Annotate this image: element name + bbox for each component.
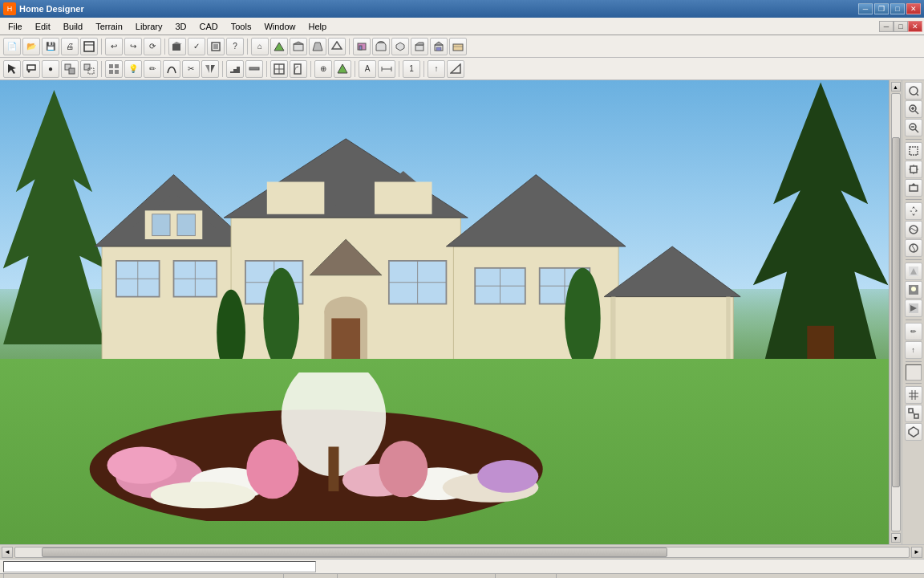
- point-tool[interactable]: ●: [42, 60, 59, 78]
- edit-3d-button[interactable]: ✏: [905, 323, 922, 340]
- menu-tools[interactable]: Tools: [225, 20, 258, 33]
- save-button[interactable]: 💾: [42, 38, 59, 55]
- scroll-down-button[interactable]: ▼: [891, 533, 901, 543]
- svg-marker-23: [8, 64, 16, 74]
- zoom-all-button[interactable]: [905, 161, 922, 178]
- zoom-prev-button[interactable]: [905, 179, 922, 197]
- array-tool[interactable]: [105, 60, 123, 78]
- new-button[interactable]: 📄: [3, 38, 21, 55]
- svg-marker-6: [274, 43, 284, 51]
- snap-button[interactable]: [905, 405, 922, 422]
- elev2-tool[interactable]: ↑: [428, 60, 445, 78]
- window-tool[interactable]: [270, 60, 288, 78]
- menu-restore[interactable]: □: [894, 21, 908, 32]
- check-button[interactable]: ✓: [188, 38, 205, 55]
- terrain2-tool[interactable]: [334, 60, 351, 78]
- canvas-area[interactable]: ▲ ▼: [0, 80, 902, 544]
- right-sep6: [906, 383, 922, 384]
- zoom-fit-button[interactable]: [905, 82, 922, 100]
- draw-tool[interactable]: ✏: [144, 60, 161, 78]
- svg-rect-39: [249, 67, 259, 70]
- 3d-full-button[interactable]: [372, 38, 390, 55]
- orbit-button[interactable]: [905, 221, 922, 238]
- edit-tool[interactable]: [22, 60, 40, 78]
- num-tool[interactable]: 1: [403, 60, 420, 78]
- garage-button[interactable]: [430, 38, 448, 55]
- grid-button[interactable]: [905, 386, 922, 404]
- floor-plan-button[interactable]: ⌂: [251, 38, 269, 55]
- roofline-button[interactable]: [328, 38, 346, 55]
- stairs-tool[interactable]: [226, 60, 244, 78]
- symbol-tool[interactable]: ⊕: [314, 60, 332, 78]
- pan-button[interactable]: [905, 202, 922, 220]
- render-fast-button[interactable]: [905, 299, 922, 317]
- object-button[interactable]: [905, 423, 922, 441]
- block1-tool[interactable]: [61, 60, 79, 78]
- mirror-tool[interactable]: [201, 60, 219, 78]
- svg-rect-7: [294, 44, 303, 51]
- block2-tool[interactable]: [80, 60, 98, 78]
- menu-close[interactable]: ✕: [908, 21, 922, 32]
- redo-button[interactable]: ↪: [124, 38, 142, 55]
- terrain-view-button[interactable]: [270, 38, 288, 55]
- scroll-up-button[interactable]: ▲: [891, 82, 901, 92]
- select-tool[interactable]: [3, 60, 21, 78]
- undo-button[interactable]: ↩: [105, 38, 123, 55]
- overhead-button[interactable]: [391, 38, 409, 55]
- menu-help[interactable]: Help: [302, 20, 334, 33]
- scroll-left-button[interactable]: ◄: [2, 547, 13, 558]
- render-basic-button[interactable]: [905, 263, 922, 280]
- svg-point-113: [107, 447, 176, 484]
- light-tool[interactable]: 💡: [124, 60, 142, 78]
- perspective-button[interactable]: [411, 38, 428, 55]
- orbit2-button[interactable]: [905, 239, 922, 257]
- maximize-button[interactable]: □: [890, 3, 905, 14]
- restore-button[interactable]: ❐: [874, 3, 889, 14]
- menu-cad[interactable]: CAD: [192, 20, 224, 33]
- close-button[interactable]: ✕: [906, 3, 921, 14]
- open-button[interactable]: 📂: [22, 38, 40, 55]
- scroll-right-button[interactable]: ►: [911, 547, 922, 558]
- svg-marker-10: [332, 42, 342, 49]
- deck-button[interactable]: [449, 38, 467, 55]
- svg-point-117: [246, 439, 298, 499]
- print-button[interactable]: 🖨: [61, 38, 79, 55]
- menu-library[interactable]: Library: [129, 20, 169, 33]
- redo2-button[interactable]: ⟳: [144, 38, 161, 55]
- render-full-button[interactable]: [905, 281, 922, 299]
- dim-tool[interactable]: [378, 60, 395, 78]
- vertical-scrollbar[interactable]: ▲ ▼: [889, 80, 902, 544]
- slope-tool[interactable]: [447, 60, 464, 78]
- menu-terrain[interactable]: Terrain: [89, 20, 129, 33]
- box-button[interactable]: [207, 38, 225, 55]
- menu-window[interactable]: Window: [257, 20, 302, 33]
- section-button[interactable]: [309, 38, 326, 55]
- svg-line-129: [915, 129, 918, 132]
- spline-tool[interactable]: [163, 60, 180, 78]
- cut-tool[interactable]: ✂: [182, 60, 200, 78]
- layout-button[interactable]: [80, 38, 98, 55]
- door-tool[interactable]: [290, 60, 307, 78]
- 3d1-button[interactable]: [168, 38, 186, 55]
- scroll-thumb-horizontal[interactable]: [42, 547, 667, 557]
- menu-edit[interactable]: Edit: [29, 20, 57, 33]
- zoom-in-button[interactable]: [905, 100, 922, 118]
- command-input[interactable]: [3, 561, 316, 572]
- svg-point-96: [263, 268, 299, 368]
- menu-file[interactable]: File: [2, 20, 29, 33]
- elev-view-button[interactable]: [290, 38, 307, 55]
- menu-3d[interactable]: 3D: [168, 20, 192, 33]
- text-tool[interactable]: A: [359, 60, 376, 78]
- svg-rect-57: [177, 214, 195, 236]
- up-button[interactable]: ↑: [905, 341, 922, 359]
- menu-build[interactable]: Build: [57, 20, 89, 33]
- wall-view-button[interactable]: [353, 38, 371, 55]
- help-button[interactable]: ?: [226, 38, 244, 55]
- zoom-out-button[interactable]: [905, 119, 922, 136]
- minimize-button[interactable]: ─: [858, 3, 873, 14]
- checkbox-option[interactable]: [906, 364, 922, 381]
- menu-minimize[interactable]: ─: [879, 21, 894, 32]
- zoom-rect-button[interactable]: [905, 142, 922, 160]
- scroll-thumb-vertical[interactable]: [892, 137, 900, 486]
- wall2-tool[interactable]: [245, 60, 263, 78]
